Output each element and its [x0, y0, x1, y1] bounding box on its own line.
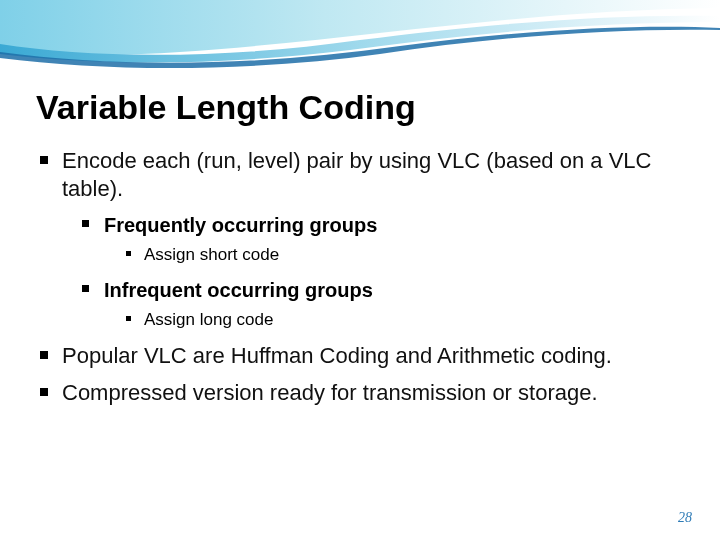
- slide-title: Variable Length Coding: [36, 88, 684, 127]
- bullet-list: Encode each (run, level) pair by using V…: [36, 147, 684, 407]
- bullet-l3: Assign short code: [126, 244, 684, 267]
- bullet-text: Encode each (run, level) pair by using V…: [62, 148, 651, 201]
- bullet-text: Infrequent occurring groups: [104, 279, 373, 301]
- bullet-l1: Encode each (run, level) pair by using V…: [36, 147, 684, 332]
- bullet-text: Compressed version ready for transmissio…: [62, 380, 598, 405]
- bullet-l1: Compressed version ready for transmissio…: [36, 379, 684, 407]
- bullet-text: Assign short code: [144, 245, 279, 264]
- bullet-text: Popular VLC are Huffman Coding and Arith…: [62, 343, 612, 368]
- bullet-l3: Assign long code: [126, 309, 684, 332]
- page-number: 28: [678, 510, 692, 526]
- bullet-l1: Popular VLC are Huffman Coding and Arith…: [36, 342, 684, 370]
- bullet-text: Frequently occurring groups: [104, 214, 377, 236]
- bullet-text: Assign long code: [144, 310, 273, 329]
- slide: Variable Length Coding Encode each (run,…: [0, 0, 720, 540]
- bullet-l2: Frequently occurring groups Assign short…: [80, 212, 684, 267]
- bullet-l2: Infrequent occurring groups Assign long …: [80, 277, 684, 332]
